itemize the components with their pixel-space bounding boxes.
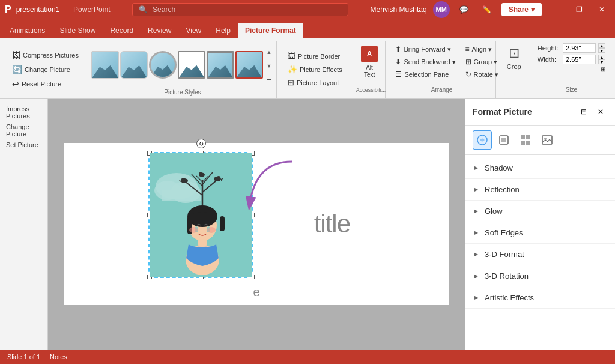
- send-backward-button[interactable]: ⬇ Send Backward ▾: [392, 56, 459, 68]
- style-thumb-2[interactable]: [120, 51, 148, 79]
- sidebar-set-picture[interactable]: Set Picture: [4, 139, 44, 150]
- change-picture-button[interactable]: 🔄 Change Picture: [8, 63, 82, 76]
- tab-review[interactable]: Review: [141, 23, 178, 38]
- accordion-shadow: ▶ Shadow: [465, 157, 615, 179]
- format-panel-icons: [465, 126, 615, 155]
- artistic-effects-header[interactable]: ▶ Artistic Effects: [465, 287, 615, 308]
- notes-button[interactable]: Notes: [50, 353, 67, 360]
- tab-record[interactable]: Record: [103, 23, 141, 38]
- group-button[interactable]: ⊞ Group ▾: [462, 56, 502, 68]
- rotate-button[interactable]: ↻ Rotate ▾: [462, 68, 502, 80]
- selection-pane-button[interactable]: ☰ Selection Pane: [392, 68, 459, 80]
- reflection-header[interactable]: ▶ Reflection: [465, 179, 615, 200]
- tab-help[interactable]: Help: [208, 23, 238, 38]
- width-row: Width: ▲ ▼: [538, 55, 605, 64]
- svg-rect-35: [521, 135, 525, 139]
- close-button[interactable]: ✕: [593, 1, 610, 18]
- height-input[interactable]: [563, 43, 596, 53]
- format-panel-header: Format Picture ⊟ ✕: [465, 99, 615, 126]
- accordion-3d-format: ▶ 3-D Format: [465, 244, 615, 265]
- accessibility-label: Accessibili...: [356, 85, 383, 96]
- picture-effects-button[interactable]: ✨ Picture Effects: [284, 63, 346, 76]
- height-up[interactable]: ▲: [598, 43, 605, 48]
- collapse-button[interactable]: ⊟: [577, 105, 591, 119]
- format-shape-tab[interactable]: [494, 130, 514, 150]
- compress-pictures-button[interactable]: 🖼 Compress Pictures: [8, 49, 82, 62]
- comment-icon: 💬: [459, 5, 468, 14]
- pen-button[interactable]: ✏️: [479, 1, 495, 18]
- tab-animations[interactable]: Animations: [2, 23, 52, 38]
- picture-layout-button[interactable]: ⊞ Picture Layout: [284, 76, 346, 89]
- search-box[interactable]: 🔍: [132, 3, 348, 16]
- pen-icon: ✏️: [482, 5, 491, 14]
- restore-button[interactable]: ❐: [571, 1, 587, 18]
- tab-picture-format[interactable]: Picture Format: [238, 23, 303, 38]
- accordion-reflection: ▶ Reflection: [465, 179, 615, 201]
- accordion-glow: ▶ Glow: [465, 201, 615, 222]
- picture-styles-label: Picture Styles: [91, 86, 274, 98]
- shape-tab-icon: [498, 134, 510, 146]
- picture-box[interactable]: ↻: [148, 152, 253, 278]
- collapse-icon: ⊟: [581, 108, 587, 116]
- accordion-soft-edges: ▶ Soft Edges: [465, 222, 615, 244]
- crop-button[interactable]: ⊡ Crop: [502, 43, 526, 74]
- artistic-effects-chevron-icon: ▶: [473, 294, 480, 302]
- size-expand-icon[interactable]: ⊞: [601, 66, 605, 73]
- shadow-header[interactable]: ▶ Shadow: [465, 157, 615, 178]
- ribbon: 🖼 Compress Pictures 🔄 Change Picture ↩ R…: [0, 38, 615, 99]
- svg-rect-36: [526, 135, 530, 139]
- soft-edges-header[interactable]: ▶ Soft Edges: [465, 222, 615, 243]
- bring-forward-icon: ⬆: [395, 45, 401, 53]
- svg-point-29: [207, 227, 216, 233]
- left-sidebar: Impress Pictures Change Picture Set Pict…: [0, 99, 48, 350]
- width-input[interactable]: [563, 55, 596, 64]
- style-thumb-5[interactable]: [207, 51, 234, 79]
- svg-point-15: [181, 178, 185, 181]
- rotate-handle[interactable]: ↻: [196, 139, 206, 148]
- minimize-button[interactable]: ─: [548, 1, 565, 18]
- search-icon: 🔍: [139, 5, 148, 14]
- 3d-format-header[interactable]: ▶ 3-D Format: [465, 244, 615, 265]
- svg-rect-24: [220, 216, 225, 231]
- format-image-tab[interactable]: [538, 130, 557, 150]
- powerpoint-logo: P: [5, 4, 11, 15]
- bring-forward-button[interactable]: ⬆ Bring Forward ▾: [392, 43, 459, 55]
- sidebar-change-picture[interactable]: Change Picture: [4, 121, 44, 139]
- style-thumb-1[interactable]: [91, 51, 119, 79]
- slide-title[interactable]: Clic title: [64, 210, 449, 238]
- user-name: Mehvish Mushtaq: [371, 5, 427, 14]
- glow-header[interactable]: ▶ Glow: [465, 201, 615, 222]
- width-up[interactable]: ▲: [598, 55, 605, 59]
- search-input[interactable]: [153, 5, 342, 14]
- svg-point-28: [189, 227, 198, 233]
- comment-button[interactable]: 💬: [456, 1, 473, 18]
- border-icon: 🖼: [288, 52, 295, 61]
- filename: presentation1: [16, 5, 60, 14]
- send-backward-icon: ⬇: [395, 58, 401, 66]
- slide-subtitle[interactable]: e: [64, 285, 449, 299]
- svg-point-25: [188, 212, 217, 224]
- selection-pane-icon: ☰: [395, 70, 402, 79]
- close-panel-button[interactable]: ✕: [593, 105, 608, 119]
- reset-picture-button[interactable]: ↩ Reset Picture: [8, 77, 82, 91]
- style-thumb-3[interactable]: [149, 51, 177, 79]
- compress-icon: 🖼: [12, 50, 20, 60]
- artistic-effects-label: Artistic Effects: [485, 293, 534, 302]
- sidebar-impress-pictures[interactable]: Impress Pictures: [4, 103, 44, 121]
- format-grid-tab[interactable]: [516, 130, 535, 150]
- tab-slideshow[interactable]: Slide Show: [52, 23, 103, 38]
- style-thumb-4[interactable]: [178, 51, 205, 79]
- picture-border-button[interactable]: 🖼 Picture Border: [284, 50, 346, 62]
- 3d-rotation-header[interactable]: ▶ 3-D Rotation: [465, 265, 615, 287]
- style-scroll[interactable]: ▲ ▼ ▬: [264, 45, 274, 85]
- app-name-text: PowerPoint: [73, 5, 110, 14]
- format-effects-tab[interactable]: [473, 130, 492, 150]
- width-down[interactable]: ▼: [598, 59, 605, 64]
- shadow-chevron-icon: ▶: [473, 165, 480, 172]
- height-down[interactable]: ▼: [598, 48, 605, 53]
- align-button[interactable]: ≡ Align ▾: [462, 43, 502, 55]
- alt-text-button[interactable]: A AltText: [357, 43, 381, 81]
- style-thumb-6[interactable]: [235, 51, 263, 79]
- share-button[interactable]: Share ▾: [501, 3, 542, 16]
- tab-view[interactable]: View: [178, 23, 208, 38]
